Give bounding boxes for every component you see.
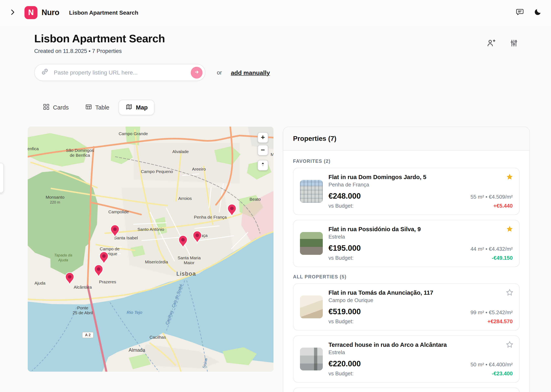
tab-cards-label: Cards	[53, 104, 69, 111]
property-price: €195.000	[328, 244, 361, 253]
property-area: Estrela	[328, 234, 513, 240]
map-canvas[interactable]: A 2 Benfica São Domingos de Benfica Camp…	[28, 126, 274, 372]
property-thumbnail	[300, 348, 323, 371]
svg-text:Cacilhas: Cacilhas	[150, 335, 166, 339]
add-manually-link[interactable]: add manually	[231, 69, 270, 76]
property-thumbnail	[300, 232, 323, 255]
svg-text:Campolide: Campolide	[109, 210, 129, 214]
property-card[interactable]: Flat in rua Dom Domingos Jardo, 5 Penha …	[293, 168, 520, 215]
tab-table[interactable]: Table	[78, 100, 116, 115]
property-card[interactable]: Flat in rua Possidónio da Silva, 9 Estre…	[293, 220, 520, 267]
svg-text:Marvila: Marvila	[271, 152, 274, 157]
property-card[interactable]: Flat in rua Tomás da Anunciação, 117 Cam…	[293, 283, 520, 330]
property-title: Flat in rua Tomás da Anunciação, 117	[328, 289, 513, 296]
svg-text:Tapada da: Tapada da	[54, 253, 72, 257]
budget-diff: +€5.440	[493, 203, 513, 209]
svg-text:Ponte: Ponte	[77, 306, 88, 310]
svg-text:Rio Tejo: Rio Tejo	[127, 310, 142, 315]
filters-button[interactable]	[508, 37, 520, 50]
topbar-doc-title: Lisbon Apartment Search	[69, 9, 138, 16]
moon-icon	[533, 8, 542, 17]
view-switcher: Cards Table Map	[36, 100, 529, 115]
svg-text:Prazeres: Prazeres	[99, 280, 116, 284]
map-zoom-out-button[interactable]: −	[258, 145, 268, 155]
property-price: €220.000	[328, 359, 361, 368]
svg-text:25 de Abril: 25 de Abril	[72, 310, 93, 315]
table-icon	[85, 103, 92, 112]
tab-table-label: Table	[95, 104, 109, 111]
page-title: Lisbon Apartment Search	[34, 33, 165, 45]
property-area: Campo de Ourique	[328, 297, 513, 303]
svg-text:Penha de França: Penha de França	[194, 215, 227, 219]
svg-text:Areeiro: Areeiro	[192, 167, 206, 171]
feedback-button[interactable]	[514, 7, 526, 19]
listing-url-input[interactable]	[53, 69, 191, 76]
submit-url-button[interactable]	[191, 67, 203, 78]
person-add-icon	[487, 38, 496, 49]
dark-mode-toggle[interactable]	[531, 7, 544, 19]
favorite-toggle[interactable]	[505, 289, 514, 297]
page-subtitle: Created on 11.8.2025 • 7 Properties	[34, 48, 165, 54]
svg-text:220 m: 220 m	[50, 200, 60, 204]
svg-text:Beato: Beato	[250, 197, 261, 202]
map-tilt-button[interactable]	[258, 160, 268, 171]
map-zoom-in-button[interactable]: +	[258, 132, 268, 143]
svg-text:Campo Grande: Campo Grande	[119, 131, 148, 136]
chevron-right-icon	[8, 8, 17, 17]
side-drawer-handle[interactable]	[0, 163, 4, 193]
svg-text:Campo Pequeno: Campo Pequeno	[141, 169, 173, 174]
star-filled-icon	[506, 228, 513, 234]
app-root: N Nuro Lisbon Apartment Search Lisbon Ap…	[0, 0, 551, 392]
topbar: N Nuro Lisbon Apartment Search	[0, 0, 551, 25]
brand-name: Nuro	[42, 8, 59, 17]
sliders-icon	[510, 39, 518, 48]
svg-text:Santa Maria: Santa Maria	[177, 255, 201, 260]
property-card[interactable]: T0 in travessa Terreirinho	[293, 387, 520, 392]
budget-diff: +€284.570	[487, 318, 513, 324]
property-title: Flat in rua Possidónio da Silva, 9	[328, 226, 513, 232]
svg-text:Monsanto: Monsanto	[46, 195, 64, 199]
favorite-toggle[interactable]	[505, 173, 514, 181]
properties-panel: Properties (7) FAVORITES (2) Flat in rua…	[283, 126, 530, 392]
property-price: €519.000	[328, 307, 361, 316]
property-size: 99 m² • €5.242/m²	[471, 309, 513, 315]
tab-map[interactable]: Map	[119, 100, 155, 115]
budget-diff: -€49.150	[492, 255, 513, 261]
property-thumbnail	[300, 295, 323, 318]
tab-map-label: Map	[136, 104, 148, 111]
favorite-toggle[interactable]	[505, 225, 514, 233]
arrow-right-icon	[193, 69, 200, 76]
favorite-toggle[interactable]	[505, 341, 514, 349]
svg-text:Santa Isabel: Santa Isabel	[114, 236, 138, 240]
svg-text:Arroios: Arroios	[178, 196, 192, 201]
svg-text:Campo de: Campo de	[100, 246, 120, 251]
nuro-logo: N	[24, 6, 37, 19]
svg-text:Ajuda: Ajuda	[58, 258, 68, 262]
svg-text:Ajuda: Ajuda	[34, 281, 45, 285]
tilt-icon	[260, 161, 266, 169]
property-size: 55 m² • €4.509/m²	[471, 194, 513, 200]
property-card[interactable]: Terraced house in rua do Arco a Alcântar…	[293, 336, 520, 383]
svg-text:Benfica: Benfica	[28, 146, 39, 151]
budget-diff: -€23.400	[492, 371, 513, 377]
budget-label: vs Budget:	[328, 203, 354, 209]
share-add-user-button[interactable]	[485, 37, 497, 50]
all-properties-section-label: ALL PROPERTIES (5)	[293, 274, 520, 279]
favorites-section-label: FAVORITES (2)	[293, 159, 520, 164]
budget-label: vs Budget:	[328, 318, 354, 324]
svg-text:Alvalade: Alvalade	[172, 149, 189, 154]
property-size: 44 m² • €4.432/m²	[471, 246, 513, 252]
star-outline-icon	[506, 291, 513, 298]
chat-bubble-icon	[515, 8, 524, 18]
svg-text:Maior: Maior	[184, 260, 195, 265]
svg-text:São Domingos: São Domingos	[66, 148, 94, 153]
properties-panel-title: Properties (7)	[283, 127, 529, 151]
svg-text:Almada: Almada	[129, 347, 145, 353]
map-route-badge: A 2	[82, 332, 93, 338]
sidebar-expand-button[interactable]	[7, 7, 19, 19]
tab-cards[interactable]: Cards	[36, 100, 76, 115]
or-label: or	[217, 69, 222, 76]
property-title: Flat in rua Dom Domingos Jardo, 5	[328, 174, 513, 180]
map-icon	[126, 103, 133, 112]
listing-url-box	[34, 64, 205, 81]
